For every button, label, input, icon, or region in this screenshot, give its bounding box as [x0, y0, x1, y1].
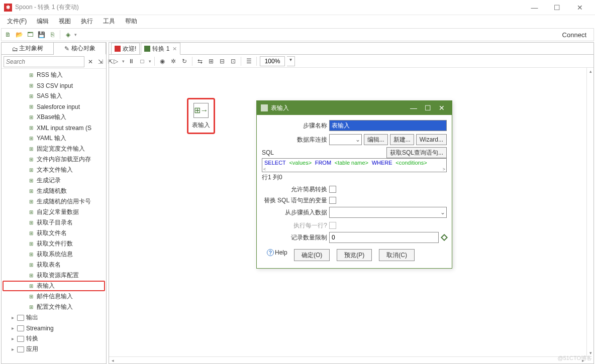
tree-folder[interactable]: ▸输出: [3, 312, 105, 323]
dialog-title-bar[interactable]: 表输入 — ☐ ✕: [257, 101, 452, 115]
canvas-step-table-input[interactable]: ⊞→ 表输入: [187, 98, 215, 134]
scroll-track[interactable]: [116, 357, 579, 363]
menu-run[interactable]: 执行: [77, 16, 97, 27]
tree-item[interactable]: ⊞配置文件输入: [3, 302, 105, 312]
dialog-minimize-icon[interactable]: —: [408, 103, 420, 113]
minimize-button[interactable]: —: [523, 1, 546, 15]
tree-item[interactable]: ⊞获取文件名: [3, 228, 105, 238]
run-icon[interactable]: ▷: [111, 57, 120, 66]
tree-item[interactable]: ⊞获取系统信息: [3, 249, 105, 260]
tree-folder[interactable]: ▸转换: [3, 333, 105, 344]
allow-lazy-checkbox[interactable]: [329, 186, 336, 193]
expand-icon[interactable]: ▸: [10, 346, 15, 352]
connect-link[interactable]: Connect: [562, 31, 586, 39]
tree-item[interactable]: ⊞XML input stream (S: [3, 123, 105, 133]
new-button[interactable]: 新建...: [390, 134, 414, 145]
explore-db-icon[interactable]: ⊡: [229, 57, 238, 66]
open-icon[interactable]: 📂: [15, 30, 24, 39]
tree-item[interactable]: ⊞文件内容加载至内存: [3, 154, 105, 165]
expand-icon[interactable]: ▸: [10, 325, 15, 331]
wizard-button[interactable]: Wizard...: [416, 134, 447, 145]
search-input[interactable]: [4, 56, 84, 67]
menu-file[interactable]: 文件(F): [3, 16, 31, 27]
close-button[interactable]: ✕: [568, 1, 591, 15]
limit-input[interactable]: [329, 232, 439, 243]
tree-item[interactable]: ⊞获取子目录名: [3, 217, 105, 228]
tab-welcome[interactable]: 欢迎!: [111, 43, 140, 54]
clear-search-icon[interactable]: ✕: [86, 57, 95, 66]
zoom-input[interactable]: [260, 56, 285, 66]
tree-item[interactable]: ⊞YAML 输入: [3, 133, 105, 144]
edit-button[interactable]: 编辑...: [364, 134, 388, 145]
help-button[interactable]: ? Help: [267, 249, 287, 256]
tree-item[interactable]: ⊞获取文件行数: [3, 238, 105, 249]
verify-icon[interactable]: ⇆: [195, 57, 205, 66]
tree-item[interactable]: ⊞RSS 输入: [3, 70, 105, 80]
insert-from-select[interactable]: ⌄: [329, 207, 447, 218]
tree-folder[interactable]: ▸应用: [3, 344, 105, 354]
scroll-track[interactable]: [587, 75, 593, 349]
tree-item[interactable]: ⊞生成随机数: [3, 186, 105, 196]
tree-item[interactable]: ⊞生成随机的信用卡号: [3, 196, 105, 207]
perspective-icon[interactable]: ◈: [63, 30, 72, 39]
cancel-button[interactable]: 取消(C): [379, 249, 415, 261]
preview-button[interactable]: 预览(P): [337, 249, 372, 261]
tree-item[interactable]: ⊞S3 CSV input: [3, 80, 105, 91]
pause-icon[interactable]: ⏸: [127, 57, 136, 66]
explore-icon[interactable]: 🗔: [26, 30, 35, 39]
scroll-left-icon[interactable]: ◂: [109, 357, 116, 364]
dropdown-icon[interactable]: ▾: [74, 32, 77, 37]
tree-item[interactable]: ⊞XBase输入: [3, 112, 105, 123]
replay-icon[interactable]: ↻: [180, 57, 189, 66]
tree[interactable]: ⊞RSS 输入⊞S3 CSV input⊞SAS 输入⊞Salesforce i…: [2, 69, 106, 363]
tree-item[interactable]: ⊞SAS 输入: [3, 91, 105, 101]
scroll-up-icon[interactable]: ▴: [587, 68, 594, 75]
tree-item[interactable]: ⊞生成记录: [3, 175, 105, 186]
impact-icon[interactable]: ⊞: [207, 57, 216, 66]
expand-icon[interactable]: ▸: [10, 315, 15, 320]
sql-scrollbar[interactable]: <>: [262, 167, 446, 172]
tree-item[interactable]: ⊞获取资源库配置: [3, 270, 105, 281]
tree-item[interactable]: ⊞文本文件输入: [3, 165, 105, 175]
tree-item[interactable]: ⊞Salesforce input: [3, 101, 105, 112]
menu-help[interactable]: 帮助: [121, 16, 141, 27]
sql-icon[interactable]: ⊟: [218, 57, 227, 66]
db-conn-select[interactable]: ⌄: [329, 134, 362, 145]
stop-icon[interactable]: □: [138, 57, 147, 66]
tab-main-tree[interactable]: 🗂 主对象树: [2, 43, 54, 54]
expand-all-icon[interactable]: ⇲: [96, 57, 105, 66]
tree-item[interactable]: ⊞自定义常量数据: [3, 207, 105, 217]
expand-icon[interactable]: ▸: [10, 336, 15, 341]
tree-folder[interactable]: ▸Streaming: [3, 323, 105, 333]
tree-item[interactable]: ⊞获取表名: [3, 260, 105, 270]
dialog-close-icon[interactable]: ✕: [436, 103, 448, 113]
tree-item[interactable]: ⊞邮件信息输入: [3, 291, 105, 302]
tab-transformation[interactable]: 转换 1 ⨯: [141, 43, 180, 55]
menu-edit[interactable]: 编辑: [33, 16, 53, 27]
get-sql-button[interactable]: 获取SQL查询语句...: [386, 147, 447, 158]
new-icon[interactable]: 🗎: [4, 30, 13, 39]
tree-item[interactable]: ⊞固定宽度文件输入: [3, 144, 105, 154]
close-tab-icon[interactable]: ⨯: [172, 46, 177, 52]
horizontal-scrollbar[interactable]: ◂ ▸: [109, 356, 586, 363]
maximize-button[interactable]: ☐: [546, 1, 568, 15]
variable-icon[interactable]: [441, 234, 448, 241]
ok-button[interactable]: 确定(O): [294, 249, 330, 261]
dialog-maximize-icon[interactable]: ☐: [422, 103, 434, 113]
show-results-icon[interactable]: ☰: [244, 57, 253, 66]
menu-view[interactable]: 视图: [55, 16, 75, 27]
debug-icon[interactable]: ✲: [169, 57, 178, 66]
save-icon[interactable]: 💾: [37, 30, 46, 39]
vertical-scrollbar[interactable]: ▴ ▾: [586, 68, 593, 356]
stop-dropdown-icon[interactable]: ▾: [149, 59, 151, 64]
menu-tools[interactable]: 工具: [99, 16, 119, 27]
tab-core-objects[interactable]: ✎ 核心对象: [54, 43, 106, 55]
step-name-input[interactable]: [329, 120, 447, 131]
run-dropdown-icon[interactable]: ▾: [122, 59, 125, 64]
save-as-icon[interactable]: ⎘: [48, 30, 57, 39]
zoom-dropdown-icon[interactable]: ▾: [287, 56, 295, 66]
replace-vars-checkbox[interactable]: [329, 197, 336, 204]
sql-editor[interactable]: SELECT <values> FROM <table name> WHERE …: [262, 158, 447, 172]
preview-icon[interactable]: ◉: [158, 57, 167, 66]
tree-item[interactable]: ⊞表输入: [3, 281, 105, 291]
